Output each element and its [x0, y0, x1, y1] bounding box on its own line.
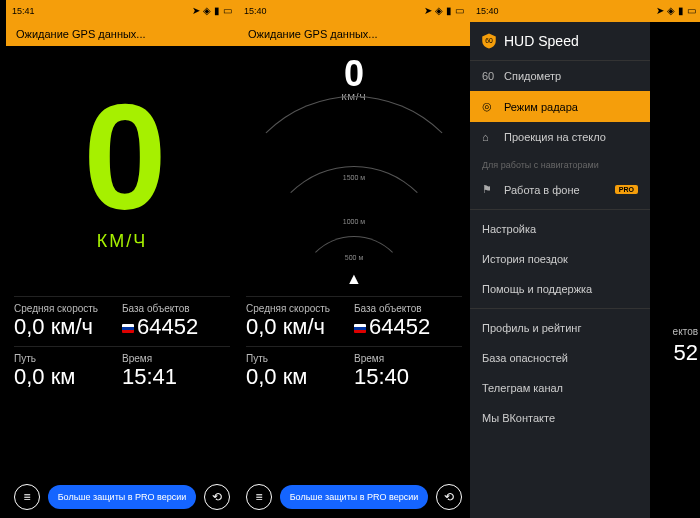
- phone-radar: 15:40 ➤ ◈ ▮ ▭ Ожидание GPS данных... 0 К…: [238, 0, 470, 518]
- projection-icon: ⌂: [482, 131, 496, 143]
- db-label: База объектов: [122, 303, 230, 314]
- pro-upsell-button[interactable]: Больше защиты в PRO версии: [280, 485, 428, 509]
- location-icon: ➤: [656, 6, 664, 16]
- stats-panel: Средняя скорость 0,0 км/ч База объектов …: [6, 296, 238, 396]
- menu-label: Телеграм канал: [482, 382, 563, 394]
- heading-arrow-icon: ▲: [346, 270, 362, 288]
- menu-vk[interactable]: Мы ВКонтакте: [470, 403, 650, 433]
- app-logo-icon: 60: [480, 32, 498, 50]
- bottom-bar: ≡ Больше защиты в PRO версии ⟲: [6, 484, 238, 510]
- radar-ring-label: 500 м: [345, 254, 363, 261]
- drawer-header: 60 HUD Speed: [470, 22, 650, 61]
- background-sliver: ектов 52: [650, 46, 700, 518]
- pro-badge: PRO: [615, 185, 638, 194]
- navigation-drawer: 60 HUD Speed 60 Спидометр ◎ Режим радара…: [470, 22, 650, 518]
- gps-waiting-text: Ожидание GPS данных...: [16, 28, 146, 40]
- status-bar: 15:41 ➤ ◈ ▮ ▭: [6, 0, 238, 22]
- menu-background-mode[interactable]: ⚑ Работа в фоне PRO: [470, 174, 650, 205]
- menu-button[interactable]: ≡: [14, 484, 40, 510]
- sliver-db-label: ектов: [673, 326, 698, 337]
- menu-speedometer[interactable]: 60 Спидометр: [470, 61, 650, 91]
- signal-icon: ▮: [446, 6, 452, 16]
- status-time: 15:41: [12, 6, 35, 16]
- refresh-button[interactable]: ⟲: [436, 484, 462, 510]
- menu-label: Режим радара: [504, 101, 578, 113]
- phone-speedometer: 15:41 ➤ ◈ ▮ ▭ Ожидание GPS данных... 0 К…: [6, 0, 238, 518]
- menu-profile[interactable]: Профиль и рейтинг: [470, 313, 650, 343]
- sliver-db-value: 52: [674, 340, 698, 366]
- menu-label: Помощь и поддержка: [482, 283, 592, 295]
- menu-label: Настройка: [482, 223, 536, 235]
- status-time: 15:40: [244, 6, 267, 16]
- distance-value: 0,0 км: [14, 364, 122, 390]
- time-value: 15:40: [354, 364, 462, 390]
- location-icon: ➤: [424, 6, 432, 16]
- radar-icon: ◎: [482, 100, 496, 113]
- time-label: Время: [354, 353, 462, 364]
- status-bar: 15:40 ➤ ◈ ▮ ▭: [470, 0, 700, 22]
- menu-label: История поездок: [482, 253, 568, 265]
- bottom-bar: ≡ Больше защиты в PRO версии ⟲: [238, 484, 470, 510]
- menu-button[interactable]: ≡: [246, 484, 272, 510]
- battery-icon: ▭: [455, 6, 464, 16]
- svg-text:60: 60: [485, 37, 493, 44]
- flag-ru-icon: [122, 324, 134, 333]
- time-label: Время: [122, 353, 230, 364]
- refresh-button[interactable]: ⟲: [204, 484, 230, 510]
- location-icon: ➤: [192, 6, 200, 16]
- menu-label: База опасностей: [482, 352, 568, 364]
- menu-section-nav: Для работы с навигаторами: [470, 152, 650, 174]
- speed-value: 0: [83, 90, 160, 225]
- avg-speed-value: 0,0 км/ч: [14, 314, 122, 340]
- signal-icon: ▮: [678, 6, 684, 16]
- flag-icon: ⚑: [482, 183, 496, 196]
- db-value: 64452: [137, 314, 198, 339]
- time-value: 15:41: [122, 364, 230, 390]
- menu-telegram[interactable]: Телеграм канал: [470, 373, 650, 403]
- menu-settings[interactable]: Настройка: [470, 214, 650, 244]
- wifi-icon: ◈: [203, 6, 211, 16]
- radar-ring-label: 1000 м: [343, 218, 365, 225]
- menu-label: Профиль и рейтинг: [482, 322, 581, 334]
- gps-waiting-text: Ожидание GPS данных...: [248, 28, 378, 40]
- menu-help[interactable]: Помощь и поддержка: [470, 274, 650, 304]
- menu-label: Работа в фоне: [504, 184, 580, 196]
- app-title: HUD Speed: [504, 33, 579, 49]
- menu-label: Проекция на стекло: [504, 131, 606, 143]
- signal-icon: ▮: [214, 6, 220, 16]
- gauge-icon: 60: [482, 70, 496, 82]
- distance-value: 0,0 км: [246, 364, 354, 390]
- menu-trip-history[interactable]: История поездок: [470, 244, 650, 274]
- radar-display: 0 КМ/Ч 500 м 1000 м 1500 м ▲: [238, 46, 470, 296]
- speedometer-display: 0 КМ/Ч: [6, 46, 238, 296]
- gps-waiting-header: Ожидание GPS данных...: [6, 22, 238, 46]
- gps-waiting-header: Ожидание GPS данных...: [238, 22, 470, 46]
- phone-drawer: 15:40 ➤ ◈ ▮ ▭ 60 HUD Speed 60 Спидометр …: [470, 0, 700, 518]
- avg-speed-label: Средняя скорость: [14, 303, 122, 314]
- menu-label: Спидометр: [504, 70, 561, 82]
- radar-speed-value: 0: [341, 56, 366, 92]
- menu-hazard-db[interactable]: База опасностей: [470, 343, 650, 373]
- wifi-icon: ◈: [667, 6, 675, 16]
- status-time: 15:40: [476, 6, 499, 16]
- pro-upsell-button[interactable]: Больше защиты в PRO версии: [48, 485, 196, 509]
- menu-label: Мы ВКонтакте: [482, 412, 555, 424]
- distance-label: Путь: [14, 353, 122, 364]
- radar-ring-label: 1500 м: [343, 174, 365, 181]
- wifi-icon: ◈: [435, 6, 443, 16]
- menu-hud-projection[interactable]: ⌂ Проекция на стекло: [470, 122, 650, 152]
- status-bar: 15:40 ➤ ◈ ▮ ▭: [238, 0, 470, 22]
- speed-unit: КМ/Ч: [97, 231, 147, 252]
- battery-icon: ▭: [223, 6, 232, 16]
- distance-label: Путь: [246, 353, 354, 364]
- battery-icon: ▭: [687, 6, 696, 16]
- menu-radar-mode[interactable]: ◎ Режим радара: [470, 91, 650, 122]
